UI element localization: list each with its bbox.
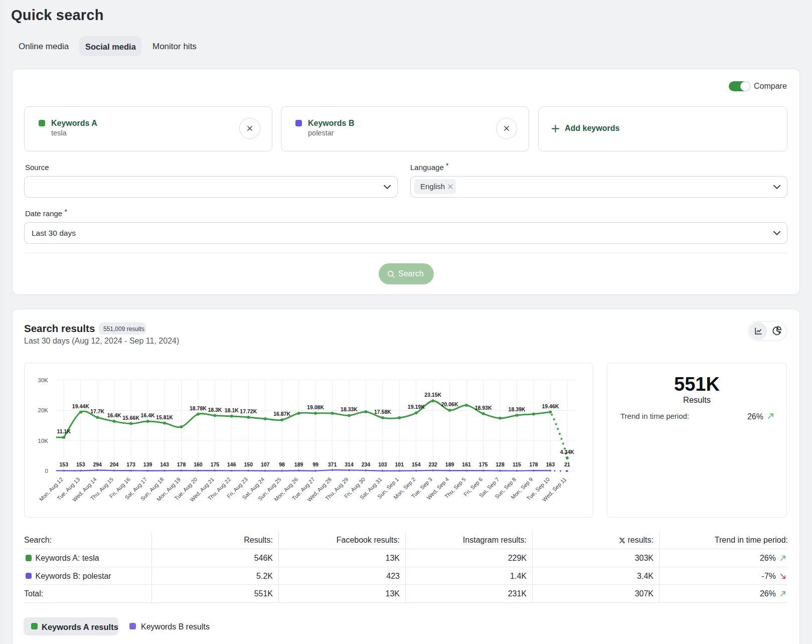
svg-text:18.93K: 18.93K bbox=[475, 405, 492, 411]
svg-text:18.33K: 18.33K bbox=[341, 406, 358, 412]
svg-text:17.7K: 17.7K bbox=[90, 408, 104, 414]
svg-text:18.78K: 18.78K bbox=[190, 405, 207, 411]
svg-text:146: 146 bbox=[227, 461, 236, 467]
svg-text:234: 234 bbox=[362, 461, 371, 467]
svg-text:163: 163 bbox=[546, 461, 555, 467]
svg-text:17.58K: 17.58K bbox=[374, 409, 391, 415]
svg-text:19.46K: 19.46K bbox=[542, 403, 559, 409]
svg-text:103: 103 bbox=[378, 461, 387, 467]
svg-text:18.39K: 18.39K bbox=[509, 406, 526, 412]
svg-text:19.08K: 19.08K bbox=[307, 404, 324, 410]
svg-text:99: 99 bbox=[312, 461, 318, 467]
svg-text:17.72K: 17.72K bbox=[240, 408, 257, 414]
svg-text:178: 178 bbox=[529, 461, 538, 467]
svg-text:0: 0 bbox=[45, 468, 48, 474]
svg-text:16.4K: 16.4K bbox=[141, 412, 155, 418]
svg-text:23.15K: 23.15K bbox=[424, 392, 441, 398]
svg-text:20K: 20K bbox=[38, 407, 49, 413]
svg-text:175: 175 bbox=[479, 461, 488, 467]
svg-text:20.06K: 20.06K bbox=[441, 401, 458, 407]
svg-text:139: 139 bbox=[143, 461, 152, 467]
svg-text:161: 161 bbox=[462, 461, 471, 467]
svg-text:154: 154 bbox=[412, 461, 421, 467]
svg-text:4.34K: 4.34K bbox=[560, 449, 574, 455]
svg-text:16.87K: 16.87K bbox=[273, 411, 290, 417]
svg-text:189: 189 bbox=[294, 461, 303, 467]
svg-text:19.44K: 19.44K bbox=[72, 403, 89, 409]
svg-text:143: 143 bbox=[160, 461, 169, 467]
svg-text:150: 150 bbox=[244, 461, 253, 467]
svg-text:204: 204 bbox=[110, 461, 119, 467]
svg-text:101: 101 bbox=[395, 461, 404, 467]
svg-text:19.19K: 19.19K bbox=[408, 404, 425, 410]
svg-text:178: 178 bbox=[177, 461, 186, 467]
svg-text:16.4K: 16.4K bbox=[107, 412, 121, 418]
svg-text:98: 98 bbox=[279, 461, 285, 467]
svg-text:15.81K: 15.81K bbox=[156, 414, 173, 420]
svg-text:30K: 30K bbox=[38, 377, 49, 383]
svg-text:10K: 10K bbox=[38, 438, 49, 444]
svg-text:128: 128 bbox=[496, 461, 505, 467]
svg-text:18.3K: 18.3K bbox=[208, 407, 222, 413]
svg-text:11.1K: 11.1K bbox=[57, 428, 71, 434]
svg-text:189: 189 bbox=[445, 461, 454, 467]
svg-text:21: 21 bbox=[564, 461, 570, 467]
svg-text:294: 294 bbox=[93, 461, 102, 467]
svg-text:175: 175 bbox=[211, 461, 220, 467]
svg-text:160: 160 bbox=[194, 461, 203, 467]
svg-text:153: 153 bbox=[60, 461, 69, 467]
svg-text:153: 153 bbox=[76, 461, 85, 467]
svg-text:15.66K: 15.66K bbox=[122, 415, 139, 421]
svg-text:115: 115 bbox=[513, 461, 521, 467]
svg-text:314: 314 bbox=[345, 461, 354, 467]
svg-text:371: 371 bbox=[328, 461, 337, 467]
svg-text:232: 232 bbox=[428, 461, 437, 467]
svg-text:18.1K: 18.1K bbox=[225, 407, 239, 413]
svg-text:107: 107 bbox=[261, 461, 270, 467]
svg-text:173: 173 bbox=[126, 461, 135, 467]
